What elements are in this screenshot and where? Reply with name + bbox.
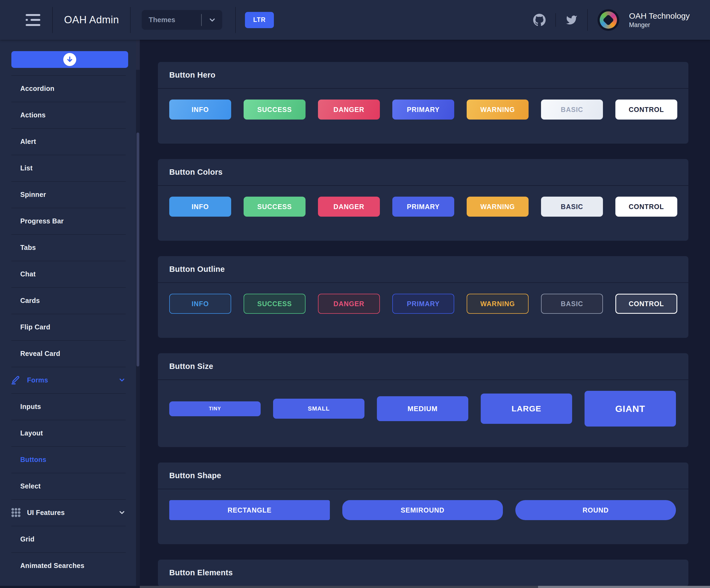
sidebar-group-ui-features[interactable]: UI Features [0,499,136,526]
twitter-icon[interactable] [566,14,577,26]
header-divider [235,7,236,33]
outline-success-button[interactable]: SUCCESS [244,294,306,314]
sidebar-item-select[interactable]: Select [0,473,136,499]
header-divider [587,9,588,31]
outline-basic-button[interactable]: BASIC [541,294,603,314]
card-button-colors: Button Colors INFO SUCCESS DANGER PRIMAR… [158,159,688,241]
card-title: Button Colors [158,159,688,186]
color-warning-button[interactable]: WARNING [467,197,528,217]
sidebar-scrollbar[interactable] [136,40,140,588]
main-content: Button Hero INFO SUCCESS DANGER PRIMARY … [140,40,710,588]
card-button-elements: Button Elements [158,560,688,586]
sidebar-item-buttons[interactable]: Buttons [0,446,136,473]
card-button-size: Button Size TINY SMALL MEDIUM LARGE GIAN… [158,353,688,447]
sidebar-item-spinner[interactable]: Spinner [0,181,136,208]
chevron-down-icon [208,16,216,24]
card-button-outline: Button Outline INFO SUCCESS DANGER PRIMA… [158,256,688,338]
sidebar-item-cards[interactable]: Cards [0,287,136,314]
sidebar-toggle-button[interactable] [26,14,40,26]
chevron-down-icon [118,509,126,516]
color-success-button[interactable]: SUCCESS [244,197,306,217]
sidebar-item-accordion[interactable]: Accordion [0,75,136,102]
sidebar-item-chat[interactable]: Chat [0,261,136,287]
sidebar-item-layout[interactable]: Layout [0,420,136,446]
arrow-down-circle-icon [63,53,76,66]
hero-primary-button[interactable]: PRIMARY [392,99,454,120]
header-divider [130,7,131,33]
horizontal-scrollbar[interactable] [0,586,710,588]
brand-subtitle: Manger [629,21,690,28]
shape-rectangle-button[interactable]: RECTANGLE [169,500,330,520]
themes-select[interactable]: Themes [142,10,222,30]
color-info-button[interactable]: INFO [169,197,231,217]
sidebar-item-alert[interactable]: Alert [0,128,136,155]
hero-success-button[interactable]: SUCCESS [244,99,306,120]
card-title: Button Hero [158,62,688,89]
outline-control-button[interactable]: CONTROL [615,294,677,314]
sidebar-item-actions[interactable]: Actions [0,102,136,128]
brand-text: OAH Technology Manger [629,11,690,28]
hero-basic-button[interactable]: BASIC [541,99,603,120]
size-small-button[interactable]: SMALL [273,399,364,419]
app-title: OAH Admin [64,14,119,26]
sidebar-item-list[interactable]: List [0,155,136,181]
header-divider [52,7,53,33]
sidebar-item-flip-card[interactable]: Flip Card [0,314,136,340]
card-title: Button Shape [158,463,688,489]
download-button[interactable] [11,51,128,68]
hamburger-icon [26,14,40,16]
github-icon[interactable] [533,14,546,26]
sidebar-item-animated-searches[interactable]: Animated Searches [0,552,136,579]
outline-danger-button[interactable]: DANGER [318,294,380,314]
grid-dots-icon [11,508,21,518]
card-title: Button Size [158,353,688,380]
brand-logo[interactable] [597,9,619,31]
sidebar-menu: Accordion Actions Alert List Spinner Pro… [0,75,136,579]
themes-select-value: Themes [149,16,201,24]
card-button-hero: Button Hero INFO SUCCESS DANGER PRIMARY … [158,62,688,144]
sidebar-group-forms[interactable]: Forms [0,367,136,393]
outline-primary-button[interactable]: PRIMARY [392,294,454,314]
brand-name: OAH Technology [629,11,690,21]
shape-semiround-button[interactable]: SEMIROUND [342,500,503,520]
size-large-button[interactable]: LARGE [481,394,572,424]
outline-warning-button[interactable]: WARNING [467,294,528,314]
card-title: Button Outline [158,256,688,283]
color-primary-button[interactable]: PRIMARY [392,197,454,217]
outline-info-button[interactable]: INFO [169,294,231,314]
sidebar-item-progress-bar[interactable]: Progress Bar [0,208,136,234]
hero-control-button[interactable]: CONTROL [615,99,677,120]
select-divider [201,14,202,26]
sidebar-scrollbar-thumb[interactable] [137,133,139,367]
card-title: Button Elements [158,560,688,586]
sidebar: Accordion Actions Alert List Spinner Pro… [0,40,136,588]
size-medium-button[interactable]: MEDIUM [377,396,468,421]
color-basic-button[interactable]: BASIC [541,197,603,217]
chevron-down-icon [118,376,126,384]
color-danger-button[interactable]: DANGER [318,197,380,217]
edit-pencil-icon [11,375,21,385]
card-button-shape: Button Shape RECTANGLE SEMIROUND ROUND [158,463,688,544]
sidebar-item-inputs[interactable]: Inputs [0,393,136,420]
sidebar-item-reveal-card[interactable]: Reveal Card [0,340,136,367]
hero-info-button[interactable]: INFO [169,99,231,120]
hero-danger-button[interactable]: DANGER [318,99,380,120]
hero-warning-button[interactable]: WARNING [467,99,528,120]
color-control-button[interactable]: CONTROL [615,197,677,217]
header-divider [555,13,556,27]
ltr-toggle-button[interactable]: LTR [245,12,274,28]
horizontal-scrollbar-thumb[interactable] [538,586,710,588]
sidebar-item-grid[interactable]: Grid [0,526,136,552]
size-giant-button[interactable]: GIANT [585,391,676,426]
size-tiny-button[interactable]: TINY [169,401,261,416]
app-header: OAH Admin Themes LTR OAH Technology Mang… [0,0,710,40]
shape-round-button[interactable]: ROUND [515,500,676,520]
sidebar-item-tabs[interactable]: Tabs [0,234,136,261]
